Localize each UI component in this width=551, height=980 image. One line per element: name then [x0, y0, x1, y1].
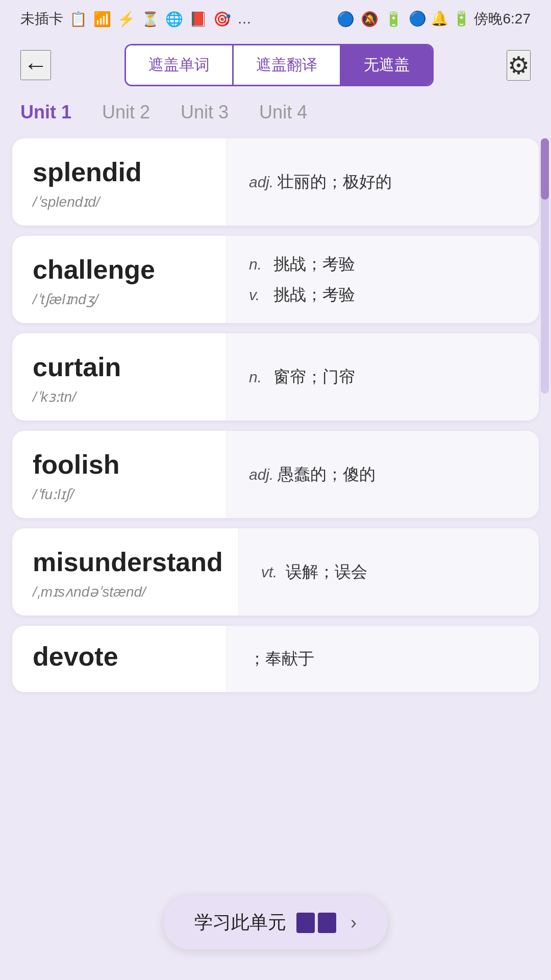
vocab-word: challenge: [33, 254, 211, 285]
top-bar: ← 遮盖单词 遮盖翻译 无遮盖 ⚙: [0, 34, 551, 96]
vocab-word: curtain: [33, 352, 211, 382]
timer-icon: ⏳: [141, 11, 159, 28]
vocab-word: devote: [33, 641, 211, 672]
vocab-word: foolish: [33, 449, 211, 480]
carrier-text: 未插卡: [20, 9, 63, 29]
vocab-word: splendid: [33, 157, 211, 187]
study-cards-icon: [296, 913, 336, 933]
status-left: 未插卡 📋 📶 ⚡ ⏳ 🌐 📕 🎯 …: [20, 9, 252, 29]
study-button-container: 学习此单元 ›: [164, 896, 387, 949]
scrollbar-thumb[interactable]: [541, 138, 549, 200]
cover-translation-button[interactable]: 遮盖翻译: [234, 45, 341, 85]
bell-icon: 🔕: [361, 11, 379, 28]
definition-text: ；奉献于: [249, 646, 314, 672]
part-of-speech: vt.: [261, 564, 282, 581]
globe-icon: 🌐: [165, 11, 183, 28]
vocab-word: misunderstand: [33, 547, 223, 577]
battery-icon: 🔋: [385, 11, 403, 28]
signal-icon: ⚡: [117, 11, 135, 28]
definition-text: 窗帘；门帘: [273, 364, 355, 390]
vocab-phonetic: /ˈkɜːtn/: [33, 388, 211, 405]
vocab-def-line-v: v. 挑战；考验: [249, 282, 523, 308]
vocab-right: adj. 愚蠢的；傻的: [227, 431, 539, 518]
cover-word-button[interactable]: 遮盖单词: [126, 45, 234, 85]
vocab-def-line: vt. 误解；误会: [261, 559, 523, 585]
vocab-card-devote: devote ；奉献于: [12, 626, 539, 692]
sim-icon: 📋: [69, 11, 87, 28]
vocab-card-splendid: splendid /ˈsplendɪd/ adj. 壮丽的；极好的: [12, 138, 539, 226]
tab-unit3[interactable]: Unit 3: [181, 102, 229, 126]
back-button[interactable]: ←: [20, 50, 51, 80]
part-of-speech-n: n.: [249, 256, 269, 273]
chevron-right-icon: ›: [350, 912, 357, 934]
vocab-left: splendid /ˈsplendɪd/: [12, 138, 227, 226]
card-block-1: [296, 913, 315, 933]
vocab-def-line: adj. 壮丽的；极好的: [249, 169, 523, 195]
vocab-phonetic: /ˈfuːlɪʃ/: [33, 486, 211, 503]
no-cover-button[interactable]: 无遮盖: [341, 45, 432, 85]
vocab-phonetic: /ˈtʃælɪndʒ/: [33, 291, 211, 308]
status-right: 🔵 🔕 🔋 🔵 🔔 🔋 傍晚6:27: [337, 9, 531, 29]
time-display: 🔵 🔔 🔋 傍晚6:27: [409, 9, 531, 29]
tab-unit2[interactable]: Unit 2: [102, 102, 150, 126]
part-of-speech: adj.: [249, 466, 273, 483]
vocab-right: n. 窗帘；门帘: [227, 333, 539, 421]
vocab-def-line: ；奉献于: [249, 646, 523, 672]
bluetooth-icon: 🔵: [337, 11, 355, 28]
vocab-left: foolish /ˈfuːlɪʃ/: [12, 431, 227, 518]
vocab-left: challenge /ˈtʃælɪndʒ/: [12, 236, 227, 323]
definition-text-n: 挑战；考验: [273, 251, 355, 277]
filter-group: 遮盖单词 遮盖翻译 无遮盖: [124, 44, 434, 86]
settings-button[interactable]: ⚙: [507, 50, 531, 81]
vocab-right: ；奉献于: [227, 626, 539, 692]
part-of-speech-v: v.: [249, 286, 269, 304]
app-icon-1: 📕: [189, 11, 207, 28]
part-of-speech: n.: [249, 369, 269, 386]
vocab-right: vt. 误解；误会: [239, 528, 539, 616]
vocab-left: curtain /ˈkɜːtn/: [12, 333, 227, 421]
vocab-card-curtain: curtain /ˈkɜːtn/ n. 窗帘；门帘: [12, 333, 539, 421]
definition-text-v: 挑战；考验: [273, 282, 355, 308]
scrollbar-track[interactable]: [541, 138, 549, 394]
status-bar: 未插卡 📋 📶 ⚡ ⏳ 🌐 📕 🎯 … 🔵 🔕 🔋 🔵 🔔 🔋 傍晚6:27: [0, 0, 551, 34]
vocab-card-foolish: foolish /ˈfuːlɪʃ/ adj. 愚蠢的；傻的: [12, 431, 539, 518]
vocab-def-line: adj. 愚蠢的；傻的: [249, 461, 523, 487]
vocab-right: n. 挑战；考验 v. 挑战；考验: [227, 236, 539, 323]
definition-text: 误解；误会: [286, 559, 367, 585]
vocab-right: adj. 壮丽的；极好的: [227, 138, 539, 226]
study-unit-button[interactable]: 学习此单元 ›: [164, 896, 387, 949]
card-block-2: [318, 913, 336, 933]
vocab-card-misunderstand: misunderstand /ˌmɪsʌndəˈstænd/ vt. 误解；误会: [12, 528, 539, 616]
vocab-left: devote: [12, 626, 227, 692]
definition-text: 愚蠢的；傻的: [278, 461, 375, 487]
vocab-left: misunderstand /ˌmɪsʌndəˈstænd/: [12, 528, 239, 616]
vocab-phonetic: /ˈsplendɪd/: [33, 193, 211, 210]
vocab-list: splendid /ˈsplendɪd/ adj. 壮丽的；极好的 challe…: [0, 138, 551, 804]
unit-tabs: Unit 1 Unit 2 Unit 3 Unit 4: [0, 96, 551, 138]
vocab-phonetic: /ˌmɪsʌndəˈstænd/: [33, 583, 223, 600]
definition-text: 壮丽的；极好的: [278, 169, 392, 195]
more-icon: …: [237, 11, 252, 27]
part-of-speech: adj.: [249, 174, 273, 191]
vocab-def-line: n. 窗帘；门帘: [249, 364, 523, 390]
study-label: 学习此单元: [194, 910, 286, 935]
vocab-def-line-n: n. 挑战；考验: [249, 251, 523, 277]
tab-unit4[interactable]: Unit 4: [259, 102, 307, 126]
tab-unit1[interactable]: Unit 1: [20, 102, 71, 126]
app-icon-2: 🎯: [213, 11, 231, 28]
wifi-icon: 📶: [93, 11, 111, 28]
vocab-card-challenge: challenge /ˈtʃælɪndʒ/ n. 挑战；考验 v. 挑战；考验: [12, 236, 539, 323]
